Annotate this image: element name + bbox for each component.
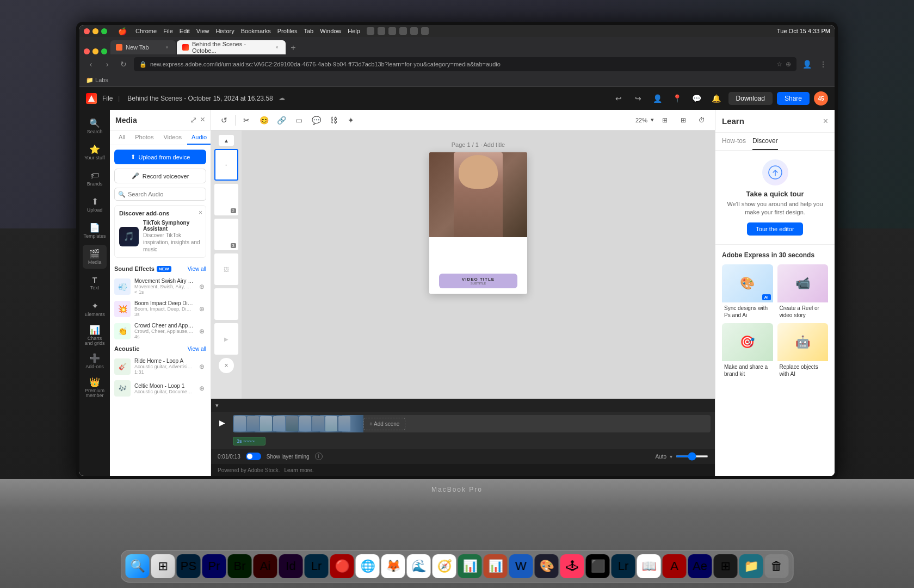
search-audio-input[interactable] <box>114 188 206 201</box>
page-thumb-4[interactable]: 🖼 <box>214 253 238 285</box>
dock-acrobat2[interactable]: A <box>663 554 687 578</box>
download-button[interactable]: Download <box>728 92 773 105</box>
record-voiceover-button[interactable]: 🎤 Record voiceover <box>114 169 206 183</box>
sound-item-crowd[interactable]: 👏 Crowd Cheer and Applause 02 Crowd, Che… <box>110 320 211 342</box>
dock-lr[interactable]: Lr <box>305 554 329 578</box>
sidebar-item-your-stuff[interactable]: ⭐ Your stuff <box>83 140 107 164</box>
page-nav-up[interactable]: ▲ <box>219 135 234 146</box>
dock-files[interactable]: 📁 <box>739 554 763 578</box>
layer-timing-toggle[interactable] <box>246 453 261 460</box>
menu-bookmarks[interactable]: Bookmarks <box>241 28 271 34</box>
dock-edge[interactable]: 🌊 <box>407 554 431 578</box>
menu-edit[interactable]: Edit <box>180 28 190 34</box>
sidebar-item-premium[interactable]: 👑 Premium member <box>83 375 107 399</box>
learn-panel-close[interactable]: × <box>823 116 828 126</box>
sidebar-item-search[interactable]: 🔍 Search <box>83 114 107 138</box>
tab-new-tab[interactable]: New Tab × <box>110 40 176 54</box>
sidebar-item-text[interactable]: T Text <box>83 271 107 295</box>
forward-button[interactable]: › <box>101 58 113 70</box>
video-clip[interactable] <box>233 415 363 432</box>
tab-howtos[interactable]: How-tos <box>722 133 746 150</box>
page-delete-button[interactable]: × <box>219 358 234 373</box>
sidebar-item-upload[interactable]: ⬆ Upload <box>83 193 107 216</box>
close-panel-icon[interactable]: × <box>200 115 205 125</box>
dock-excel[interactable]: 📊 <box>458 554 482 578</box>
menu-profiles[interactable]: Profiles <box>277 28 298 34</box>
minimize-btn[interactable] <box>92 28 98 34</box>
browser-fullscreen[interactable] <box>101 48 107 54</box>
discover-addons-close[interactable]: × <box>199 209 202 216</box>
dock-br[interactable]: Br <box>228 554 252 578</box>
learn-card-ai[interactable]: 🤖 Replace objects with AI <box>777 323 829 377</box>
tool-link2[interactable]: ⛓ <box>326 113 341 128</box>
close-btn[interactable] <box>84 28 90 34</box>
url-bar[interactable]: 🔒 new.express.adobe.com/id/urn:aaid:sc:V… <box>134 57 796 71</box>
upload-from-device-button[interactable]: ⬆ Upload from device <box>114 150 206 164</box>
expand-icon[interactable]: ⤢ <box>190 115 197 125</box>
dock-word[interactable]: W <box>509 554 533 578</box>
sound-add-boom[interactable]: ⊕ <box>197 305 206 313</box>
dock-figma[interactable]: 🎨 <box>535 554 559 578</box>
dock-ps[interactable]: PS <box>177 554 201 578</box>
dock-acrobat[interactable]: 🔴 <box>330 554 354 578</box>
tool-crop[interactable]: ✂ <box>239 113 254 128</box>
timer-icon[interactable]: ⏱ <box>694 113 709 128</box>
auto-dropdown[interactable]: ▾ <box>670 454 672 460</box>
learn-card-sync[interactable]: 🎨 Ai Sync designs with Ps and Ai <box>722 264 773 319</box>
tour-editor-button[interactable]: Tour the editor <box>747 222 802 236</box>
tab-photos[interactable]: Photos <box>131 131 158 145</box>
new-tab-button[interactable]: + <box>287 41 300 54</box>
acoustic-add-celtic[interactable]: ⊕ <box>197 384 206 393</box>
zoom-dropdown-icon[interactable]: ▾ <box>651 116 654 123</box>
dock-launchpad[interactable]: ⊞ <box>151 554 175 578</box>
menu-window[interactable]: Window <box>320 28 341 34</box>
sound-item-movement[interactable]: 💨 Movement Swish Airy Whi... Movement, S… <box>110 275 211 298</box>
more-button[interactable]: ⋮ <box>817 58 829 70</box>
notification-icon-btn[interactable]: 🔔 <box>709 91 724 106</box>
tool-back[interactable]: ↺ <box>217 113 232 128</box>
pin-icon-btn[interactable]: 📍 <box>670 91 685 106</box>
app-file-menu[interactable]: File <box>102 95 113 102</box>
layer-timing-info[interactable]: i <box>315 453 323 460</box>
sidebar-item-charts[interactable]: 📊 Charts and grids <box>83 323 107 347</box>
page-thumb-1[interactable]: ▪ <box>214 149 238 181</box>
sidebar-item-elements[interactable]: ✦ Elements <box>83 297 107 321</box>
acoustic-view-all[interactable]: View all <box>188 346 206 352</box>
page-thumb-5[interactable] <box>214 288 238 320</box>
back-button[interactable]: ‹ <box>85 58 97 70</box>
page-thumb-6[interactable]: ▶ <box>214 323 238 355</box>
profile-button[interactable]: 👤 <box>801 58 813 70</box>
add-scene-button[interactable]: + Add scene <box>363 418 405 430</box>
tab-videos[interactable]: Videos <box>159 131 186 145</box>
menu-history[interactable]: History <box>215 28 234 34</box>
dock-id[interactable]: Id <box>279 554 303 578</box>
tab-all[interactable]: All <box>114 131 129 145</box>
acoustic-item-celtic[interactable]: 🎶 Celtic Moon - Loop 1 Acoustic guitar, … <box>110 377 211 399</box>
main-canvas[interactable]: Page 1 / 1 · Add title Video Title <box>242 131 715 399</box>
learn-more-link[interactable]: Learn more. <box>285 467 314 473</box>
tab-close-adobe[interactable]: × <box>274 44 280 51</box>
sidebar-item-brands[interactable]: 🏷 Brands <box>83 166 107 190</box>
menu-view[interactable]: View <box>196 28 209 34</box>
volume-slider[interactable] <box>676 455 708 457</box>
dock-lightroom[interactable]: Lr <box>612 554 635 578</box>
acoustic-item-ridehome[interactable]: 🎸 Ride Home - Loop A Acoustic guitar, Ad… <box>110 355 211 377</box>
browser-close[interactable] <box>84 48 90 54</box>
share-button[interactable]: Share <box>777 92 810 105</box>
tab-adobe-express[interactable]: Behind the Scenes - Octobe... × <box>177 40 286 54</box>
browser-minimize[interactable] <box>92 48 98 54</box>
sound-effects-view-all[interactable]: View all <box>188 266 206 272</box>
tool-emoji[interactable]: 😊 <box>256 113 271 128</box>
dock-chrome[interactable]: 🌐 <box>356 554 380 578</box>
sidebar-item-addons[interactable]: ➕ Add-ons <box>83 349 107 373</box>
discover-addon-item[interactable]: 🎵 TikTok Symphony Assistant Discover Tik… <box>119 220 201 253</box>
dock-finder[interactable]: 🔍 <box>126 554 150 578</box>
page-thumb-3[interactable]: 3 <box>214 219 238 250</box>
timeline-dropdown[interactable]: ▾ <box>215 402 219 409</box>
play-button[interactable]: ▶ <box>215 416 228 429</box>
undo-button[interactable]: ↩ <box>611 91 626 106</box>
learn-card-brand[interactable]: 🎯 Make and share a brand kit <box>722 323 773 377</box>
sound-item-boom[interactable]: 💥 Boom Impact Deep Distan... Boom, Impac… <box>110 298 211 320</box>
dock-powerpoint[interactable]: 📊 <box>484 554 508 578</box>
sidebar-item-media[interactable]: 🎬 Media <box>83 245 107 269</box>
